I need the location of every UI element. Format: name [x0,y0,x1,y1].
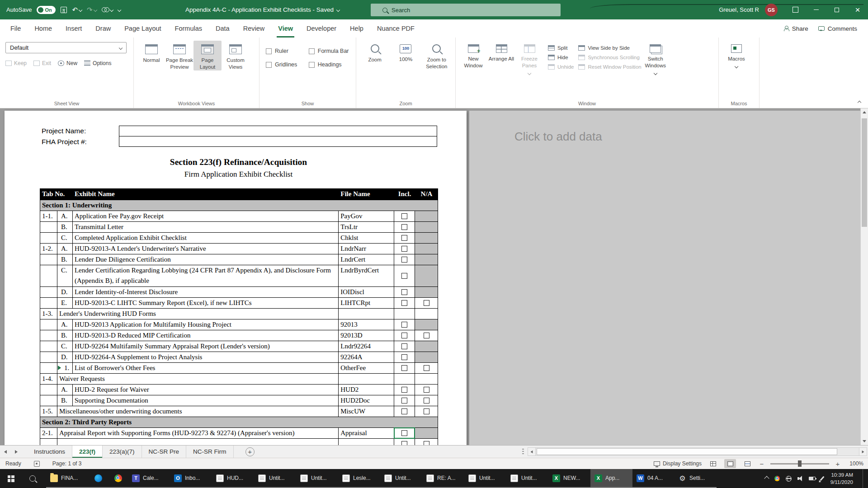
avatar[interactable]: GS [765,4,778,16]
hide-button[interactable]: Hide [548,55,574,60]
normal-view-button[interactable] [707,459,719,468]
checkbox-ruler[interactable]: Ruler [266,48,301,54]
incl-checkbox[interactable] [401,354,407,360]
zoom-slider[interactable] [770,463,829,465]
view-side-by-side-button[interactable]: View Side by Side [578,45,641,51]
ribbon-tab-insert[interactable]: Insert [59,19,89,38]
horizontal-scrollbar-track[interactable] [536,447,859,456]
redo-button[interactable]: ↷ [87,6,97,13]
view-button-custom-views[interactable]: Custom Views [222,41,250,70]
taskbar-button-new[interactable]: XNEW... [548,469,590,488]
taskbar-button-chrome[interactable] [108,469,128,488]
na-checkbox[interactable] [424,365,429,371]
maximize-button[interactable] [826,0,847,19]
cell-na[interactable] [415,439,438,445]
taskbar-button-cale[interactable]: TCale... [128,469,170,488]
zoom-button[interactable]: Zoom [360,41,390,70]
scroll-left-arrow[interactable] [528,447,536,456]
na-checkbox[interactable] [424,300,429,306]
na-checkbox[interactable] [424,387,429,393]
ribbon-tab-file[interactable]: File [4,19,28,38]
worksheet-page[interactable]: Project Name: FHA Project #: Section 223… [5,111,467,445]
taskbar-button-edge[interactable] [88,469,108,488]
freeze-panes-button[interactable]: Freeze Panes [515,41,543,75]
taskbar-button-untit[interactable]: Untit... [254,469,296,488]
cell-incl[interactable] [394,363,415,373]
cell-na[interactable] [415,406,438,417]
ribbon-tab-draw[interactable]: Draw [89,19,118,38]
taskbar-button-inbo[interactable]: OInbo... [170,469,212,488]
na-checkbox[interactable] [424,441,429,445]
sheet-tab-nc-sr-pre[interactable]: NC-SR Pre [142,446,187,458]
sheet-view-dropdown[interactable]: Default [5,42,127,53]
save-button[interactable] [61,7,67,13]
taskbar-button-app[interactable]: XApp... [590,469,632,488]
ribbon-tab-page-layout[interactable]: Page Layout [118,19,168,38]
incl-checkbox[interactable] [401,333,407,338]
zoom-slider-thumb[interactable] [798,460,802,467]
taskbar-button-fina[interactable]: FINA... [46,469,88,488]
ribbon-tab-developer[interactable]: Developer [300,19,343,38]
reset-window-position-button[interactable]: Reset Window Position [578,64,641,70]
cell-incl[interactable] [394,439,415,445]
incl-checkbox[interactable] [401,246,407,252]
search-box[interactable]: Search [371,4,561,16]
qat-command-button[interactable] [102,7,113,12]
keep-button[interactable]: Keep [5,60,27,66]
clock[interactable]: 10:39 AM 9/11/2020 [830,471,853,486]
split-button[interactable]: Split [548,45,574,51]
cell-incl[interactable] [394,244,415,254]
view-button-page-layout[interactable]: Page Layout [193,41,222,70]
cell-incl[interactable] [394,428,415,438]
incl-checkbox[interactable] [401,235,407,241]
checkbox-gridlines[interactable]: Gridlines [266,61,301,68]
arrange-all-button[interactable]: Arrange All [487,41,515,75]
cell-incl[interactable] [394,287,415,297]
next-page-area[interactable]: Click to add data [469,111,860,445]
taskbar-button-setti[interactable]: ⚙Setti... [675,469,717,488]
page-break-view-button[interactable] [741,459,753,468]
cell-incl[interactable] [394,395,415,406]
customize-qat-button[interactable] [118,9,121,11]
close-button[interactable]: × [847,0,868,19]
taskbar-button-untit[interactable]: Untit... [506,469,548,488]
macros-button[interactable]: Macros [722,41,750,68]
sheet-tab-nc-sr-firm[interactable]: NC-SR Firm [186,446,234,458]
battery-button[interactable] [809,477,816,480]
ribbon-tab-data[interactable]: Data [209,19,236,38]
fha-project-input[interactable] [119,136,437,147]
ribbon-tab-nuance-pdf[interactable]: Nuance PDF [370,19,421,38]
cell-na[interactable] [415,385,438,395]
zoom-100-button[interactable]: 100100% [391,41,420,70]
taskbar-button-untit[interactable]: Untit... [464,469,506,488]
taskbar-button-re-a[interactable]: RE: A... [422,469,464,488]
incl-checkbox[interactable] [401,408,407,414]
pen-button[interactable] [821,476,823,481]
incl-checkbox[interactable] [401,365,407,371]
incl-checkbox[interactable] [401,289,407,295]
cell-incl[interactable] [394,319,415,330]
zoom-level[interactable]: 100% [846,460,863,467]
share-button[interactable]: Share [783,25,808,32]
scroll-down-arrow[interactable] [861,437,868,445]
cell-na[interactable] [415,330,438,341]
network-button[interactable] [786,476,792,482]
cell-incl[interactable] [394,298,415,308]
chrome-tray-button[interactable] [774,476,780,481]
incl-checkbox[interactable] [401,273,407,279]
incl-checkbox[interactable] [401,398,407,404]
na-checkbox[interactable] [424,408,429,414]
cell-incl[interactable] [394,254,415,265]
na-checkbox[interactable] [424,398,429,404]
macro-record-icon[interactable] [34,461,40,467]
zoom-to-selection-button[interactable]: Zoom to Selection [422,41,452,70]
taskbar-button-hud[interactable]: HUD... [212,469,254,488]
page-layout-view-button[interactable] [724,459,736,468]
cell-na[interactable] [415,395,438,406]
incl-checkbox[interactable] [401,257,407,263]
collapse-ribbon-button[interactable] [858,101,861,104]
exit-button[interactable]: Exit [33,60,51,66]
checkbox-headings[interactable]: Headings [309,61,352,68]
incl-checkbox[interactable] [401,300,407,306]
ribbon-tab-review[interactable]: Review [236,19,272,38]
